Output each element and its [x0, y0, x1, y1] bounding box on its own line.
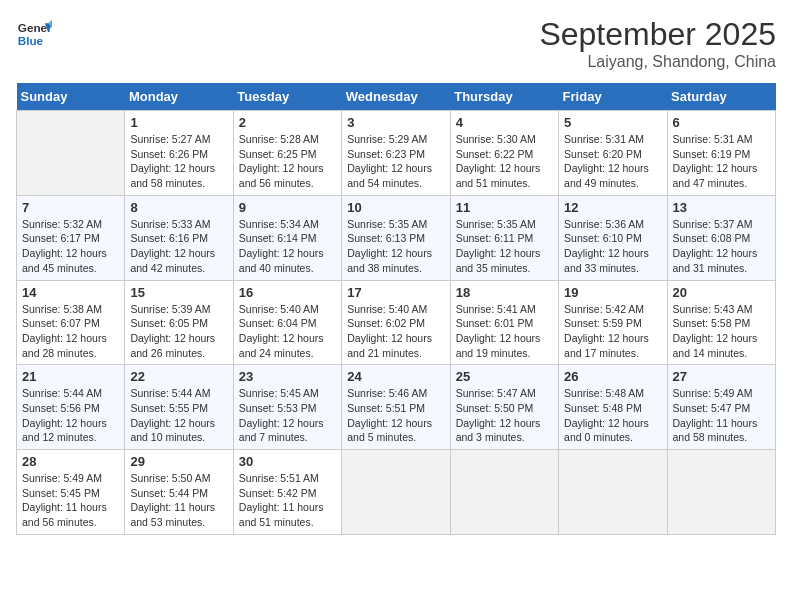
- day-number: 1: [130, 115, 227, 130]
- day-info: Sunrise: 5:40 AM Sunset: 6:02 PM Dayligh…: [347, 302, 444, 361]
- day-info: Sunrise: 5:43 AM Sunset: 5:58 PM Dayligh…: [673, 302, 770, 361]
- day-info: Sunrise: 5:45 AM Sunset: 5:53 PM Dayligh…: [239, 386, 336, 445]
- weekday-header: Monday: [125, 83, 233, 111]
- day-number: 7: [22, 200, 119, 215]
- day-number: 17: [347, 285, 444, 300]
- title-block: September 2025 Laiyang, Shandong, China: [539, 16, 776, 71]
- calendar-day-cell: [342, 450, 450, 535]
- day-number: 13: [673, 200, 770, 215]
- calendar-day-cell: 22Sunrise: 5:44 AM Sunset: 5:55 PM Dayli…: [125, 365, 233, 450]
- weekday-header: Friday: [559, 83, 667, 111]
- calendar-week-row: 14Sunrise: 5:38 AM Sunset: 6:07 PM Dayli…: [17, 280, 776, 365]
- calendar-day-cell: 4Sunrise: 5:30 AM Sunset: 6:22 PM Daylig…: [450, 111, 558, 196]
- day-number: 16: [239, 285, 336, 300]
- calendar-week-row: 1Sunrise: 5:27 AM Sunset: 6:26 PM Daylig…: [17, 111, 776, 196]
- day-number: 11: [456, 200, 553, 215]
- calendar-day-cell: 15Sunrise: 5:39 AM Sunset: 6:05 PM Dayli…: [125, 280, 233, 365]
- weekday-header-row: SundayMondayTuesdayWednesdayThursdayFrid…: [17, 83, 776, 111]
- day-info: Sunrise: 5:35 AM Sunset: 6:13 PM Dayligh…: [347, 217, 444, 276]
- day-info: Sunrise: 5:41 AM Sunset: 6:01 PM Dayligh…: [456, 302, 553, 361]
- svg-text:Blue: Blue: [18, 34, 44, 47]
- day-info: Sunrise: 5:27 AM Sunset: 6:26 PM Dayligh…: [130, 132, 227, 191]
- day-number: 21: [22, 369, 119, 384]
- calendar-day-cell: 7Sunrise: 5:32 AM Sunset: 6:17 PM Daylig…: [17, 195, 125, 280]
- calendar-day-cell: 6Sunrise: 5:31 AM Sunset: 6:19 PM Daylig…: [667, 111, 775, 196]
- day-info: Sunrise: 5:44 AM Sunset: 5:55 PM Dayligh…: [130, 386, 227, 445]
- day-number: 3: [347, 115, 444, 130]
- day-info: Sunrise: 5:30 AM Sunset: 6:22 PM Dayligh…: [456, 132, 553, 191]
- day-info: Sunrise: 5:35 AM Sunset: 6:11 PM Dayligh…: [456, 217, 553, 276]
- calendar-day-cell: 11Sunrise: 5:35 AM Sunset: 6:11 PM Dayli…: [450, 195, 558, 280]
- location-subtitle: Laiyang, Shandong, China: [539, 53, 776, 71]
- weekday-header: Thursday: [450, 83, 558, 111]
- calendar-day-cell: [17, 111, 125, 196]
- day-info: Sunrise: 5:51 AM Sunset: 5:42 PM Dayligh…: [239, 471, 336, 530]
- weekday-header: Saturday: [667, 83, 775, 111]
- day-info: Sunrise: 5:36 AM Sunset: 6:10 PM Dayligh…: [564, 217, 661, 276]
- day-info: Sunrise: 5:31 AM Sunset: 6:19 PM Dayligh…: [673, 132, 770, 191]
- day-info: Sunrise: 5:38 AM Sunset: 6:07 PM Dayligh…: [22, 302, 119, 361]
- day-info: Sunrise: 5:31 AM Sunset: 6:20 PM Dayligh…: [564, 132, 661, 191]
- calendar-day-cell: 21Sunrise: 5:44 AM Sunset: 5:56 PM Dayli…: [17, 365, 125, 450]
- day-info: Sunrise: 5:33 AM Sunset: 6:16 PM Dayligh…: [130, 217, 227, 276]
- calendar-week-row: 21Sunrise: 5:44 AM Sunset: 5:56 PM Dayli…: [17, 365, 776, 450]
- calendar-day-cell: 28Sunrise: 5:49 AM Sunset: 5:45 PM Dayli…: [17, 450, 125, 535]
- day-number: 19: [564, 285, 661, 300]
- calendar-day-cell: 18Sunrise: 5:41 AM Sunset: 6:01 PM Dayli…: [450, 280, 558, 365]
- day-info: Sunrise: 5:42 AM Sunset: 5:59 PM Dayligh…: [564, 302, 661, 361]
- day-number: 5: [564, 115, 661, 130]
- day-info: Sunrise: 5:46 AM Sunset: 5:51 PM Dayligh…: [347, 386, 444, 445]
- day-number: 22: [130, 369, 227, 384]
- calendar-week-row: 7Sunrise: 5:32 AM Sunset: 6:17 PM Daylig…: [17, 195, 776, 280]
- calendar-day-cell: 8Sunrise: 5:33 AM Sunset: 6:16 PM Daylig…: [125, 195, 233, 280]
- day-number: 12: [564, 200, 661, 215]
- day-info: Sunrise: 5:34 AM Sunset: 6:14 PM Dayligh…: [239, 217, 336, 276]
- calendar-day-cell: 5Sunrise: 5:31 AM Sunset: 6:20 PM Daylig…: [559, 111, 667, 196]
- day-info: Sunrise: 5:37 AM Sunset: 6:08 PM Dayligh…: [673, 217, 770, 276]
- day-number: 15: [130, 285, 227, 300]
- day-number: 30: [239, 454, 336, 469]
- day-info: Sunrise: 5:29 AM Sunset: 6:23 PM Dayligh…: [347, 132, 444, 191]
- day-info: Sunrise: 5:32 AM Sunset: 6:17 PM Dayligh…: [22, 217, 119, 276]
- day-number: 18: [456, 285, 553, 300]
- calendar-day-cell: 25Sunrise: 5:47 AM Sunset: 5:50 PM Dayli…: [450, 365, 558, 450]
- day-number: 24: [347, 369, 444, 384]
- day-info: Sunrise: 5:50 AM Sunset: 5:44 PM Dayligh…: [130, 471, 227, 530]
- calendar-day-cell: 2Sunrise: 5:28 AM Sunset: 6:25 PM Daylig…: [233, 111, 341, 196]
- day-info: Sunrise: 5:39 AM Sunset: 6:05 PM Dayligh…: [130, 302, 227, 361]
- calendar-day-cell: 16Sunrise: 5:40 AM Sunset: 6:04 PM Dayli…: [233, 280, 341, 365]
- day-number: 8: [130, 200, 227, 215]
- weekday-header: Tuesday: [233, 83, 341, 111]
- day-number: 6: [673, 115, 770, 130]
- day-number: 10: [347, 200, 444, 215]
- day-info: Sunrise: 5:44 AM Sunset: 5:56 PM Dayligh…: [22, 386, 119, 445]
- day-info: Sunrise: 5:49 AM Sunset: 5:47 PM Dayligh…: [673, 386, 770, 445]
- day-number: 25: [456, 369, 553, 384]
- month-title: September 2025: [539, 16, 776, 53]
- weekday-header: Sunday: [17, 83, 125, 111]
- logo: General Blue: [16, 16, 52, 52]
- calendar-week-row: 28Sunrise: 5:49 AM Sunset: 5:45 PM Dayli…: [17, 450, 776, 535]
- day-number: 27: [673, 369, 770, 384]
- calendar-day-cell: 3Sunrise: 5:29 AM Sunset: 6:23 PM Daylig…: [342, 111, 450, 196]
- calendar-day-cell: 10Sunrise: 5:35 AM Sunset: 6:13 PM Dayli…: [342, 195, 450, 280]
- day-info: Sunrise: 5:48 AM Sunset: 5:48 PM Dayligh…: [564, 386, 661, 445]
- calendar-day-cell: 17Sunrise: 5:40 AM Sunset: 6:02 PM Dayli…: [342, 280, 450, 365]
- day-number: 28: [22, 454, 119, 469]
- day-number: 9: [239, 200, 336, 215]
- day-info: Sunrise: 5:47 AM Sunset: 5:50 PM Dayligh…: [456, 386, 553, 445]
- day-number: 29: [130, 454, 227, 469]
- calendar-day-cell: 13Sunrise: 5:37 AM Sunset: 6:08 PM Dayli…: [667, 195, 775, 280]
- day-number: 26: [564, 369, 661, 384]
- calendar-day-cell: 9Sunrise: 5:34 AM Sunset: 6:14 PM Daylig…: [233, 195, 341, 280]
- calendar-day-cell: 20Sunrise: 5:43 AM Sunset: 5:58 PM Dayli…: [667, 280, 775, 365]
- day-number: 23: [239, 369, 336, 384]
- calendar-day-cell: [559, 450, 667, 535]
- calendar-day-cell: 27Sunrise: 5:49 AM Sunset: 5:47 PM Dayli…: [667, 365, 775, 450]
- calendar-day-cell: 1Sunrise: 5:27 AM Sunset: 6:26 PM Daylig…: [125, 111, 233, 196]
- calendar-table: SundayMondayTuesdayWednesdayThursdayFrid…: [16, 83, 776, 535]
- page-header: General Blue September 2025 Laiyang, Sha…: [16, 16, 776, 71]
- calendar-day-cell: 24Sunrise: 5:46 AM Sunset: 5:51 PM Dayli…: [342, 365, 450, 450]
- calendar-day-cell: 30Sunrise: 5:51 AM Sunset: 5:42 PM Dayli…: [233, 450, 341, 535]
- day-info: Sunrise: 5:49 AM Sunset: 5:45 PM Dayligh…: [22, 471, 119, 530]
